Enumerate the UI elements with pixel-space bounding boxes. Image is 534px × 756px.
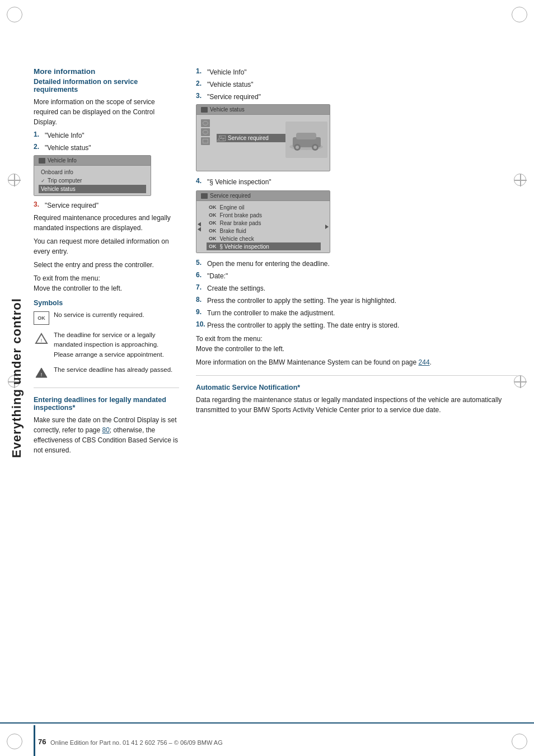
screen3-vehicle-inspection-label: § Vehicle inspection: [220, 244, 269, 250]
left-step-3: 3. "Service required": [34, 200, 179, 211]
screen3-brake-fluid-label: Brake fluid: [220, 228, 246, 234]
screen2-header-icon: [201, 107, 208, 113]
screen1-item-vehicle-status: Vehicle status: [39, 185, 146, 193]
exit-line1: To exit from the menu:: [196, 335, 263, 343]
screen1-onboard-label: Onboard info: [41, 169, 73, 175]
screen3-body: OK Engine oil OK Front brake pads OK Rea…: [196, 201, 330, 253]
right-step-9: 9. Turn the controller to make the adjus…: [196, 308, 517, 318]
screen1-trip-label: Trip computer: [48, 178, 82, 184]
screen-vehicle-info: Vehicle Info Onboard info ✓ Trip compute…: [34, 155, 151, 196]
corner-registration-tr: [512, 7, 527, 22]
screen3-engine-oil-label: Engine oil: [220, 204, 245, 211]
content-area: More information Detailed information on…: [34, 28, 517, 711]
step3-para1: Required maintenance procedures and lega…: [34, 213, 179, 233]
screen1-body: Onboard info ✓ Trip computer Vehicle sta…: [34, 166, 151, 195]
symbols-section: Symbols OK No service is currently requi…: [34, 299, 179, 380]
section-subtitle-detailed: Detailed information on service requirem…: [34, 78, 179, 94]
step3-para2: You can request more detailed informatio…: [34, 236, 179, 256]
screen3-item-brake-fluid: OK Brake fluid: [207, 227, 321, 235]
step3-exit-line2: Move the controller to the left.: [34, 284, 122, 292]
svg-text:!: !: [41, 338, 43, 343]
triangle-outline-svg: !: [35, 333, 48, 344]
left-step-2: 2. "Vehicle status": [34, 143, 179, 153]
screen3-rear-brake-label: Rear brake pads: [220, 220, 261, 226]
side-text-container: Everything under control: [0, 0, 34, 756]
vehicle-silhouette: [288, 127, 325, 152]
deadlines-title: Entering deadlines for legally mandated …: [34, 396, 179, 412]
screen1-item-trip: ✓ Trip computer: [39, 176, 146, 185]
page-footer: Online Edition for Part no. 01 41 2 602 …: [50, 739, 223, 746]
svg-point-11: [296, 146, 299, 149]
screen1-header: Vehicle Info: [34, 156, 151, 166]
left-column: More information Detailed information on…: [34, 28, 190, 711]
screen3-item-front-brake: OK Front brake pads: [207, 211, 321, 219]
screen3-front-brake-label: Front brake pads: [220, 212, 263, 218]
right-step-4: 4. "§ Vehicle inspection": [196, 177, 517, 187]
screen1-item-onboard: Onboard info: [39, 168, 146, 176]
ok-icon: OK: [38, 315, 45, 321]
step3-exit-line1: To exit from the menu:: [34, 274, 100, 282]
triangle-outline-icon: !: [34, 332, 49, 345]
svg-marker-6: [217, 136, 224, 141]
step3-para4: To exit from the menu: Move the controll…: [34, 273, 179, 293]
triangle-filled-svg: !: [35, 367, 48, 379]
auto-service-para: Data regarding the maintenance status or…: [196, 395, 517, 415]
left-step-1: 1. "Vehicle Info": [34, 130, 179, 141]
page-number: 76: [38, 738, 46, 746]
more-info-text: More information on the BMW Maintenance …: [196, 357, 517, 367]
page-244-link[interactable]: 244: [419, 358, 430, 366]
svg-point-13: [313, 146, 317, 149]
right-step-5: 5. Open the menu for entering the deadli…: [196, 259, 517, 269]
right-step-8: 8. Press the controller to apply the set…: [196, 296, 517, 306]
screen-service-required: Service required OK Engine oil: [196, 190, 330, 253]
screen3-item-vehicle-inspection: OK § Vehicle inspection: [207, 242, 321, 250]
screen1-header-icon: [39, 158, 45, 164]
screen1-header-label: Vehicle Info: [48, 157, 77, 164]
screen3-vehicle-check-label: Vehicle check: [220, 236, 254, 242]
screen3-header: Service required: [196, 191, 330, 201]
screen3-item-vehicle-check: OK Vehicle check: [207, 235, 321, 242]
screen2-warning-icon: [217, 135, 224, 142]
right-step-1: 1. "Vehicle Info": [196, 67, 517, 77]
right-step-6: 6. "Date:": [196, 271, 517, 281]
page-bottom: 76 Online Edition for Part no. 01 41 2 6…: [0, 722, 534, 756]
screen-vehicle-status: Vehicle status: [196, 104, 330, 171]
separator: [34, 388, 179, 388]
step3-para3: Select the entry and press the controlle…: [34, 260, 179, 270]
symbol-ok-row: OK No service is currently required.: [34, 310, 179, 325]
symbol-triangle-filled-text: The service deadline has already passed.: [54, 365, 172, 375]
exit-text: To exit from the menu: Move the controll…: [196, 334, 517, 354]
right-column: 1. "Vehicle Info" 2. "Vehicle status" 3.…: [190, 67, 517, 711]
right-separator: [196, 375, 517, 376]
screen3-item-rear-brake: OK Rear brake pads: [207, 219, 321, 227]
blue-bar: [34, 725, 35, 756]
svg-text:!: !: [41, 372, 43, 377]
deadlines-para: Make sure the date on the Control Displa…: [34, 415, 179, 455]
screen2-header-label: Vehicle status: [210, 106, 245, 113]
side-text: Everything under control: [10, 298, 24, 458]
symbol-triangle-outline-text: The deadline for service or a legally ma…: [54, 330, 179, 360]
exit-line2: Move the controller to the left.: [196, 345, 284, 353]
deadlines-link[interactable]: 80: [102, 426, 110, 434]
screen2-body: Service required: [196, 115, 330, 146]
screen1-trip-check: ✓: [41, 178, 45, 184]
auto-service-title: Automatic Service Notification*: [196, 384, 517, 391]
screen3-item-engine-oil: OK Engine oil: [207, 203, 321, 211]
symbol-triangle-outline-row: ! The deadline for service or a legally …: [34, 330, 179, 360]
section-title-more-info: More information: [34, 67, 179, 76]
right-step-2: 2. "Vehicle status": [196, 80, 517, 90]
screen1-vehicle-status-label: Vehicle status: [41, 186, 76, 192]
screen2-header: Vehicle status: [196, 105, 330, 115]
symbol-ok-box: OK: [34, 311, 49, 325]
symbols-title: Symbols: [34, 299, 179, 307]
screen3-header-label: Service required: [210, 193, 251, 199]
right-step-3: 3. "Service required": [196, 92, 517, 102]
right-step-7: 7. Create the settings.: [196, 283, 517, 293]
intro-paragraph: More information on the scope of service…: [34, 97, 179, 127]
svg-rect-9: [296, 133, 316, 139]
screen2-service-label: Service required: [228, 135, 269, 141]
symbol-ok-text: No service is currently required.: [54, 310, 144, 320]
right-step-10: 10. Press the controller to apply the se…: [196, 320, 517, 330]
triangle-filled-icon: !: [34, 366, 49, 380]
screen3-header-icon: [201, 193, 208, 199]
